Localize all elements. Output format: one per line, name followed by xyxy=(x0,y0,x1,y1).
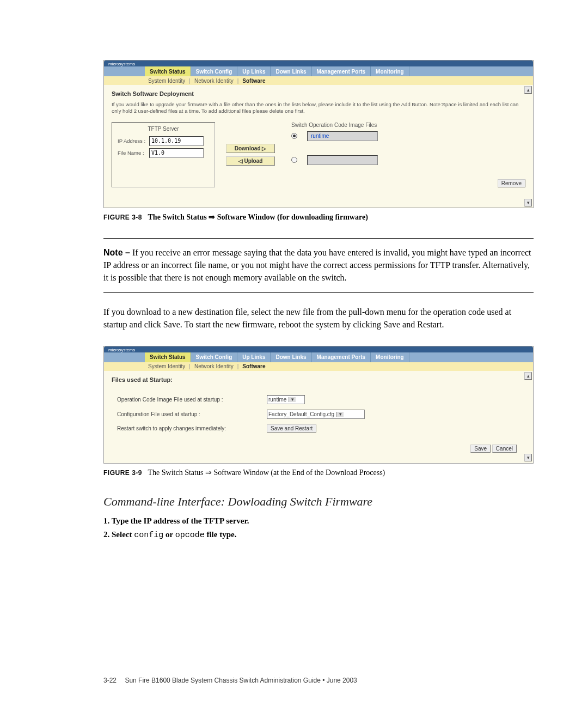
tab-monitoring[interactable]: Monitoring xyxy=(371,66,409,76)
upload-button[interactable]: ◁ Upload xyxy=(226,156,275,166)
figure-3-8-screenshot: microsystems Switch Status Switch Config… xyxy=(103,60,534,208)
section-title: Switch Software Deployment xyxy=(112,90,525,97)
image-file-1: runtime xyxy=(307,131,378,141)
note-label: Note – xyxy=(103,248,130,257)
save-and-restart-button[interactable]: Save and Restart xyxy=(267,424,316,433)
subtab-software-2[interactable]: Software xyxy=(239,362,268,371)
note-block: Note – If you receive an error message s… xyxy=(103,238,534,293)
scroll-down-button[interactable]: ▾ xyxy=(524,199,532,206)
subtab-system-identity[interactable]: System Identity xyxy=(145,76,188,85)
tab-management-ports[interactable]: Management Ports xyxy=(312,66,371,76)
footer-title: Sun Fire B1600 Blade System Chassis Swit… xyxy=(125,677,357,684)
scroll-up-button-2[interactable]: ▴ xyxy=(524,372,532,380)
scroll-down-button-2[interactable]: ▾ xyxy=(524,454,532,461)
caption-text: The Switch Status ⇒ Software Window (for… xyxy=(148,213,368,221)
opcode-file-select[interactable]: runtime▼ xyxy=(267,395,305,404)
remove-button[interactable]: Remove xyxy=(498,179,525,187)
chevron-down-icon: ▼ xyxy=(289,397,296,402)
subtab-system-identity-2[interactable]: System Identity xyxy=(145,362,188,371)
step-1: 1. Type the IP address of the TFTP serve… xyxy=(103,516,534,526)
note-text: If you receive an error message saying t… xyxy=(103,248,531,282)
save-button[interactable]: Save xyxy=(470,445,491,453)
body-paragraph: If you download to a new destination fil… xyxy=(103,306,534,331)
image-radio-1[interactable] xyxy=(291,133,297,139)
ip-address-label: IP Address : xyxy=(118,138,147,144)
subtab-network-identity-2[interactable]: Network Identity xyxy=(191,362,237,371)
image-radio-2[interactable] xyxy=(291,157,297,163)
tab-down-links[interactable]: Down Links xyxy=(271,66,311,76)
config-file-select[interactable]: Factory_Default_Config.cfg▼ xyxy=(267,410,365,419)
config-file-value: Factory_Default_Config.cfg xyxy=(268,411,334,417)
description-text: If you would like to upgrade your firmwa… xyxy=(112,101,525,114)
tab-switch-config-2[interactable]: Switch Config xyxy=(191,352,238,362)
tftp-legend: TFTP Server xyxy=(118,126,209,132)
titlebar-brand: microsystems xyxy=(104,60,533,66)
tab-switch-config[interactable]: Switch Config xyxy=(191,66,238,76)
scroll-up-button[interactable]: ▴ xyxy=(524,86,532,94)
opcode-file-value: runtime xyxy=(268,397,286,403)
file-name-label: File Name : xyxy=(118,150,147,156)
tab-management-ports-2[interactable]: Management Ports xyxy=(312,352,371,362)
figure-3-8-caption: FIGURE 3-8 The Switch Status ⇒ Software … xyxy=(103,212,534,222)
tab-up-links-2[interactable]: Up Links xyxy=(237,352,271,362)
tftp-server-group: TFTP Server IP Address : File Name : xyxy=(112,122,215,187)
image-file-2 xyxy=(307,155,378,165)
caption-label: FIGURE 3-8 xyxy=(103,214,142,221)
config-file-label: Configuration File used at startup : xyxy=(117,411,267,417)
subtab-network-identity[interactable]: Network Identity xyxy=(191,76,237,85)
figure-3-9-caption: FIGURE 3-9 The Switch Status ⇒ Software … xyxy=(103,468,534,477)
page-number: 3-22 xyxy=(103,677,117,684)
chevron-down-icon-2: ▼ xyxy=(336,412,344,417)
restart-label: Restart switch to apply changes immediat… xyxy=(117,425,267,431)
page-footer: 3-22 Sun Fire B1600 Blade System Chassis… xyxy=(103,677,357,684)
step-2: 2. Select config or opcode file type. xyxy=(103,530,534,540)
cli-heading: Command-line Interface: Dowloading Switc… xyxy=(103,495,534,509)
caption-label-2: FIGURE 3-9 xyxy=(103,469,142,477)
tab-switch-status-2[interactable]: Switch Status xyxy=(145,352,191,362)
ip-address-input[interactable] xyxy=(149,136,204,146)
sub-tabbar-2: System Identity | Network Identity | Sof… xyxy=(104,362,533,371)
main-tabbar: Switch Status Switch Config Up Links Dow… xyxy=(104,66,533,76)
subtab-software[interactable]: Software xyxy=(239,76,268,85)
cancel-button[interactable]: Cancel xyxy=(492,445,517,453)
download-button[interactable]: Download ▷ xyxy=(226,144,275,153)
sub-tabbar: System Identity | Network Identity | Sof… xyxy=(104,76,533,85)
caption-text-2: The Switch Status ⇒ Software Window (at … xyxy=(148,468,385,477)
figure-3-9-screenshot: microsystems Switch Status Switch Config… xyxy=(103,346,534,464)
image-files-heading: Switch Operation Code Image Files xyxy=(291,122,525,128)
opcode-file-label: Operation Code Image File used at startu… xyxy=(117,397,267,403)
startup-files-heading: Files used at Startup: xyxy=(112,376,525,383)
tab-down-links-2[interactable]: Down Links xyxy=(271,352,311,362)
tab-switch-status[interactable]: Switch Status xyxy=(145,66,191,76)
file-name-input[interactable] xyxy=(149,148,204,158)
main-tabbar-2: Switch Status Switch Config Up Links Dow… xyxy=(104,352,533,362)
tab-monitoring-2[interactable]: Monitoring xyxy=(371,352,409,362)
titlebar-brand-2: microsystems xyxy=(104,346,533,352)
tab-up-links[interactable]: Up Links xyxy=(237,66,271,76)
